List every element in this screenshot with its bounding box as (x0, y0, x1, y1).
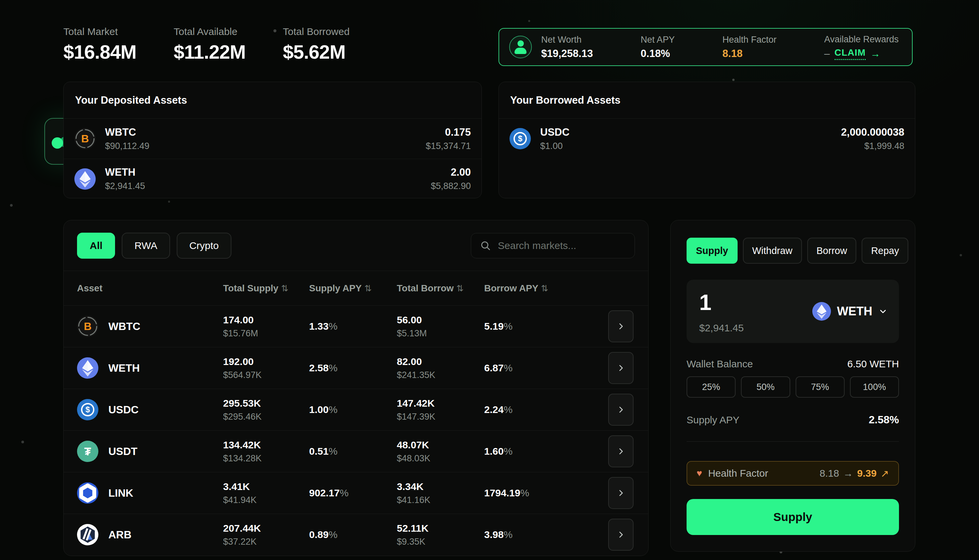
wbtc-icon: B (77, 316, 98, 337)
heart-icon: ♥ (697, 468, 702, 479)
rewards-empty-value: – (824, 48, 830, 59)
markets-panel: All RWA Crypto Asset Total Supply⇅ Suppl… (63, 220, 649, 556)
percent-25-button[interactable]: 25% (687, 376, 736, 398)
tab-rwa[interactable]: RWA (122, 233, 170, 259)
row-detail-button[interactable] (608, 352, 634, 384)
chevron-right-icon (617, 405, 625, 414)
percent-100-button[interactable]: 100% (850, 376, 899, 398)
search-icon (480, 240, 491, 251)
chevron-down-icon (878, 307, 887, 316)
market-row-link[interactable]: LINK 3.41K$41.94K 902.17% 3.34K$41.16K 1… (64, 472, 648, 514)
row-detail-button[interactable] (608, 310, 634, 342)
defi-dashboard: { "colors": { "accent":"#2cf58c", "amber… (0, 0, 979, 560)
usdt-icon: ₮ (77, 441, 98, 462)
market-row-usdt[interactable]: ₮ USDT 134.42K$134.28K 0.51% 48.07K$48.0… (64, 430, 648, 472)
market-stats: Total Market $16.84M Total Available $11… (63, 26, 349, 63)
amount-input[interactable]: 1 (699, 290, 712, 315)
market-row-weth[interactable]: WETH 192.00$564.97K 2.58% 82.00$241.35K … (64, 347, 648, 389)
table-header-row: Asset Total Supply⇅ Supply APY⇅ Total Bo… (64, 271, 648, 305)
col-asset: Asset (77, 283, 223, 294)
wallet-balance-value: 6.50 WETH (847, 358, 899, 370)
sort-icon: ⇅ (541, 283, 548, 293)
health-factor: Health Factor 8.18 (722, 35, 777, 60)
available-rewards: Available Rewards – CLAIM → (824, 34, 899, 60)
wallet-balance-label: Wallet Balance (687, 358, 753, 370)
net-apy: Net APY 0.18% (640, 35, 675, 60)
stat-total-available: Total Available $11.22M (174, 26, 246, 63)
net-worth: Net Worth $19,258.13 (541, 35, 593, 60)
token-selector[interactable]: WETH (812, 302, 887, 321)
stat-total-borrowed: Total Borrowed $5.62M (283, 26, 349, 63)
panel-title: Your Borrowed Assets (499, 82, 915, 119)
col-total-supply[interactable]: Total Supply⇅ (223, 283, 309, 294)
coin-icon (52, 137, 63, 149)
usdc-icon: $ (510, 128, 531, 149)
chevron-right-icon (617, 530, 625, 539)
chevron-right-icon (617, 447, 625, 456)
weth-icon (74, 168, 96, 190)
particle-dot (732, 79, 735, 81)
market-row-wbtc[interactable]: B WBTC 174.00$15.76M 1.33% 56.00$5.13M 5… (64, 305, 648, 347)
row-detail-button[interactable] (608, 394, 634, 426)
arrow-right-icon: → (843, 468, 853, 479)
row-detail-button[interactable] (608, 477, 634, 509)
stat-total-market: Total Market $16.84M (63, 26, 137, 63)
market-row-arb[interactable]: ARB 207.44K$37.22K 0.89% 52.11K$9.35K 3.… (64, 514, 648, 555)
supply-submit-button[interactable]: Supply (687, 499, 899, 535)
selected-token: WETH (837, 304, 872, 318)
percent-50-button[interactable]: 50% (741, 376, 790, 398)
tab-borrow[interactable]: Borrow (807, 238, 857, 264)
row-detail-button[interactable] (608, 519, 634, 551)
tab-crypto[interactable]: Crypto (177, 233, 232, 259)
deposited-row-weth[interactable]: WETH $2,941.45 2.00 $5,882.90 (64, 159, 482, 198)
col-supply-apy[interactable]: Supply APY⇅ (309, 283, 397, 294)
chevron-right-icon (617, 364, 625, 372)
action-tabs: Supply Withdraw Borrow Repay (687, 238, 899, 264)
borrowed-row-usdc[interactable]: $ USDC $1.00 2,000.000038 $1,999.48 (499, 119, 915, 159)
particle-dot (168, 201, 170, 203)
chevron-right-icon (617, 489, 625, 497)
stat-value: $11.22M (174, 41, 246, 63)
stat-value: $16.84M (63, 41, 137, 63)
particle-dot (10, 204, 13, 207)
chevron-right-icon (617, 322, 625, 331)
percent-75-button[interactable]: 75% (796, 376, 845, 398)
particle-dot (21, 441, 24, 443)
particle-dot (960, 254, 962, 256)
row-detail-button[interactable] (608, 435, 634, 467)
link-icon (77, 482, 98, 504)
tab-withdraw[interactable]: Withdraw (743, 238, 802, 264)
search-input[interactable] (498, 240, 627, 251)
tab-all[interactable]: All (77, 233, 115, 259)
arb-icon (77, 524, 98, 545)
particle-dot (528, 20, 530, 22)
sort-icon: ⇅ (364, 283, 372, 293)
weth-icon (77, 357, 98, 379)
market-filter-tabs: All RWA Crypto (77, 233, 232, 259)
claim-link[interactable]: CLAIM (835, 47, 866, 60)
col-borrow-apy[interactable]: Borrow APY⇅ (484, 283, 606, 294)
sort-icon: ⇅ (281, 283, 289, 293)
action-panel: Supply Withdraw Borrow Repay 1 $2,941.45… (670, 220, 915, 552)
tab-repay[interactable]: Repay (862, 238, 908, 264)
sort-icon: ⇅ (457, 283, 464, 293)
deposited-row-wbtc[interactable]: B WBTC $90,112.49 0.175 $15,374.71 (64, 119, 482, 159)
health-factor-indicator: ♥ Health Factor 8.18 → 9.39 ↗ (687, 461, 899, 486)
col-total-borrow[interactable]: Total Borrow⇅ (397, 283, 484, 294)
supply-apy-value: 2.58% (869, 414, 899, 426)
divider (687, 441, 899, 442)
health-projected: 9.39 (857, 468, 876, 479)
wbtc-icon: B (74, 128, 96, 149)
borrowed-assets-panel: Your Borrowed Assets $ USDC $1.00 2,000.… (499, 82, 915, 198)
tab-supply[interactable]: Supply (687, 238, 737, 264)
search-markets-box[interactable] (471, 233, 635, 258)
stat-label: Total Available (174, 26, 246, 37)
user-avatar-icon (509, 36, 532, 58)
panel-title: Your Deposited Assets (64, 82, 482, 119)
health-current: 8.18 (820, 468, 839, 479)
market-row-usdc[interactable]: $ USDC 295.53K$295.46K 1.00% 147.42K$147… (64, 389, 648, 430)
supply-apy-label: Supply APY (687, 414, 739, 426)
stat-value: $5.62M (283, 41, 349, 63)
amount-usd-value: $2,941.45 (699, 322, 744, 334)
amount-input-card[interactable]: 1 $2,941.45 WETH (687, 280, 899, 343)
